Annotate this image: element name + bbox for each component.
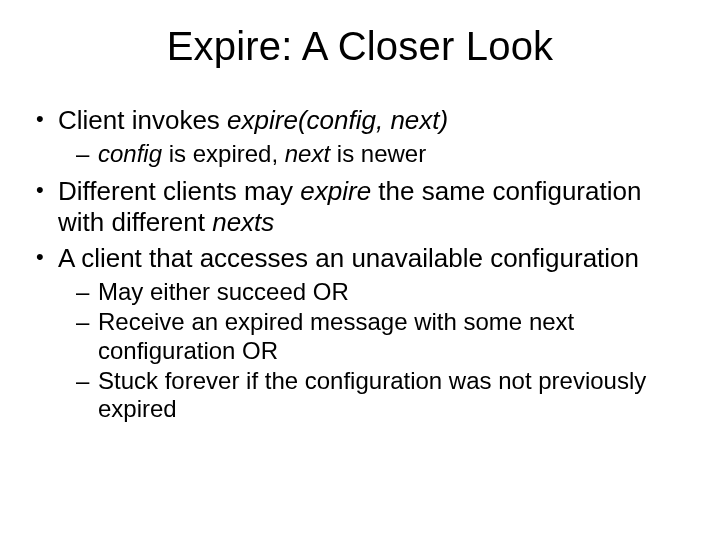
text-italic: nexts	[212, 207, 274, 237]
sub-bullet: May either succeed OR	[76, 278, 690, 306]
text-italic: next	[285, 140, 330, 167]
text-italic: config	[98, 140, 162, 167]
text: Different clients may	[58, 176, 300, 206]
bullet-list: Client invokes expire(config, next) conf…	[32, 105, 690, 424]
text: is newer	[330, 140, 426, 167]
bullet-2: Different clients may expire the same co…	[32, 176, 690, 237]
text-italic: expire(config, next)	[227, 105, 448, 135]
sub-list: config is expired, next is newer	[76, 140, 690, 168]
sub-bullet: Receive an expired message with some nex…	[76, 308, 690, 365]
slide-title: Expire: A Closer Look	[30, 24, 690, 69]
text: Client invokes	[58, 105, 227, 135]
text-italic: expire	[300, 176, 371, 206]
sub-bullet: Stuck forever if the configuration was n…	[76, 367, 690, 424]
text: A client that accesses an unavailable co…	[58, 243, 639, 273]
sub-bullet: config is expired, next is newer	[76, 140, 690, 168]
bullet-1: Client invokes expire(config, next) conf…	[32, 105, 690, 168]
slide: Expire: A Closer Look Client invokes exp…	[0, 0, 720, 540]
bullet-3: A client that accesses an unavailable co…	[32, 243, 690, 423]
text: is expired,	[162, 140, 285, 167]
sub-list: May either succeed OR Receive an expired…	[76, 278, 690, 424]
